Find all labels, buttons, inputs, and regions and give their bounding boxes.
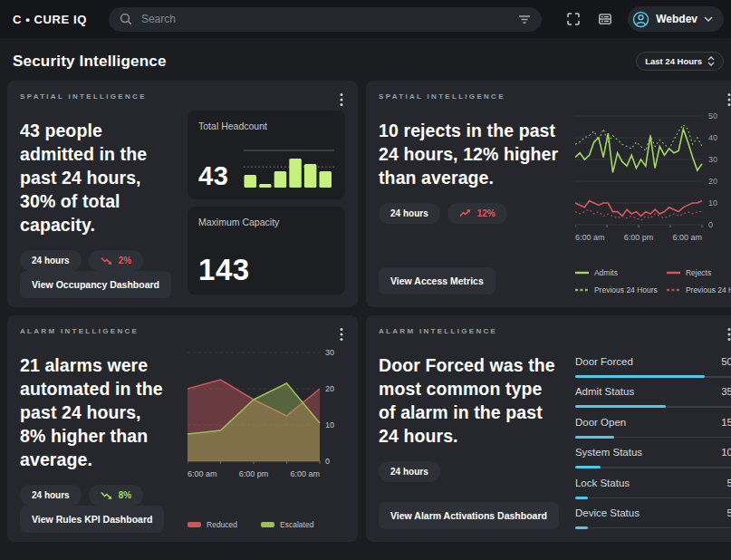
alarm-type-row: Admit Status35: [575, 386, 731, 408]
tick-label: 30: [325, 348, 334, 357]
avatar-icon: [632, 11, 649, 28]
series-previous-24-hours: [575, 209, 702, 220]
card-headline: 10 rejects in the past 24 hours, 12% hig…: [379, 120, 559, 190]
card-category: SPATIAL INTELLIGENCE: [20, 92, 147, 101]
tick-label: 20: [708, 177, 717, 186]
dashboard-grid: SPATIAL INTELLIGENCE 43 people admitted …: [0, 81, 731, 542]
tick-label: 40: [708, 133, 717, 142]
time-badge: 24 hours: [20, 485, 82, 506]
headcount-bar: [259, 184, 272, 188]
search-icon: [120, 13, 132, 25]
alarm-area-svg: 01020306:00 am6:00 pm6:00 am: [188, 345, 345, 488]
card-occupancy-head: SPATIAL INTELLIGENCE: [20, 92, 345, 107]
total-headcount-panel: Total Headcount 43: [188, 111, 345, 199]
headcount-bar: [289, 159, 302, 188]
stat-value: 43: [198, 163, 228, 189]
alarm-type-row: Lock Status5: [575, 478, 731, 499]
legend-item: Previous 24 Hours: [575, 285, 658, 294]
tick-label: 10: [325, 420, 334, 430]
alarm-type-bar: [575, 526, 731, 529]
card-category: ALARM INTELLIGENCE: [20, 327, 139, 335]
fullscreen-icon: [566, 12, 581, 26]
alarm-type-bar: [575, 436, 731, 439]
page-header: Security Intelligence Last 24 Hours: [0, 38, 731, 81]
chevron-down-icon: [704, 16, 713, 22]
chevron-updown-icon: [707, 56, 715, 66]
stat-label: Total Headcount: [198, 121, 334, 131]
card-category: SPATIAL INTELLIGENCE: [379, 92, 505, 101]
stat-label: Maximum Capacity: [198, 217, 334, 227]
headcount-bar: [304, 164, 317, 188]
trend-value: 12%: [477, 208, 495, 218]
alarm-type-row: System Status10: [575, 447, 731, 468]
topbar: C • CURE IQ: [0, 0, 731, 38]
tick-label: 0: [708, 220, 713, 229]
tick-label: 20: [325, 384, 334, 393]
headcount-bar: [245, 175, 257, 188]
time-range-select[interactable]: Last 24 Hours: [636, 52, 724, 71]
filter-icon[interactable]: [518, 14, 531, 24]
tick-label: 6:00 am: [291, 469, 321, 478]
alarm-type-count: 50: [721, 356, 731, 367]
card-occupancy: SPATIAL INTELLIGENCE 43 people admitted …: [7, 81, 358, 307]
maximum-capacity-panel: Maximum Capacity 143: [188, 207, 345, 295]
alarm-type-count: 5: [727, 478, 731, 488]
tick-label: 0: [325, 457, 330, 466]
card-menu-button[interactable]: [338, 92, 345, 107]
alarm-type-label: Device Status: [575, 507, 640, 518]
alarm-type-row: Door Forced50: [575, 356, 731, 378]
layout-view-button[interactable]: [596, 10, 614, 28]
time-badge: 24 hours: [379, 461, 440, 482]
alarm-type-count: 15: [721, 417, 731, 428]
card-access: SPATIAL INTELLIGENCE 10 rejects in the p…: [366, 81, 731, 307]
card-menu-button[interactable]: [726, 327, 731, 342]
alarm-type-list: Door Forced50Admit Status35Door Open15Sy…: [575, 345, 731, 529]
trend-down-icon: [101, 256, 113, 266]
access-line-chart: 010203040506:00 am6:00 pm6:00 am: [575, 111, 731, 246]
stat-value: 143: [198, 255, 334, 285]
fullscreen-button[interactable]: [564, 10, 582, 28]
alarm-type-row: Door Open15: [575, 417, 731, 439]
trend-down-icon: [101, 490, 113, 500]
view-rules-kpi-dashboard-button[interactable]: View Rules KPI Dashboard: [20, 506, 164, 533]
alarm-type-label: Admit Status: [575, 386, 634, 397]
view-alarm-activations-dashboard-button[interactable]: View Alarm Activations Dashboard: [379, 502, 559, 529]
time-badge: 24 hours: [20, 250, 82, 271]
legend-item: Admits: [575, 268, 658, 277]
alarm-chart-legend: ReducedEscalated: [188, 520, 345, 529]
view-access-metrics-button[interactable]: View Access Metrics: [379, 267, 495, 294]
alarm-type-bar: [575, 375, 731, 378]
card-headline: 21 alarms were automated in the past 24 …: [20, 354, 171, 472]
legend-item: Previous 24 Hours: [667, 285, 731, 294]
search-bar[interactable]: [109, 7, 542, 32]
card-rules: ALARM INTELLIGENCE 21 alarms were automa…: [7, 315, 358, 542]
alarm-type-bar: [575, 497, 731, 499]
alarm-type-row: Device Status5: [575, 507, 731, 529]
user-menu-button[interactable]: Webdev: [628, 6, 724, 32]
page-title: Security Intelligence: [13, 53, 167, 71]
headcount-bars-svg: [244, 148, 334, 189]
tick-label: 6:00 pm: [624, 233, 654, 242]
alarm-type-label: Door Open: [575, 417, 626, 428]
view-occupancy-dashboard-button[interactable]: View Occupancy Dashboard: [20, 271, 171, 298]
tick-label: 10: [708, 198, 717, 208]
search-input[interactable]: [139, 12, 511, 26]
trend-value: 8%: [119, 490, 131, 500]
alarm-type-bar: [575, 405, 731, 408]
tick-label: 6:00 am: [575, 233, 605, 242]
card-headline: 43 people admitted in the past 24 hours,…: [20, 120, 171, 237]
legend-item: Rejects: [667, 268, 731, 277]
trend-badge: 2%: [89, 250, 143, 271]
time-range-value: Last 24 Hours: [645, 56, 702, 66]
legend-item: Reduced: [188, 520, 237, 529]
legend-item: Escalated: [261, 520, 313, 529]
user-name: Webdev: [656, 13, 697, 25]
card-alarm-types: ALARM INTELLIGENCE Door Forced was the m…: [366, 315, 731, 542]
card-menu-button[interactable]: [726, 92, 731, 107]
tick-label: 6:00 pm: [239, 469, 269, 478]
card-category: ALARM INTELLIGENCE: [379, 327, 497, 335]
tick-label: 50: [708, 111, 717, 121]
card-menu-button[interactable]: [338, 327, 345, 342]
alarm-type-bar: [575, 466, 731, 468]
alarm-type-label: Lock Status: [575, 478, 630, 488]
